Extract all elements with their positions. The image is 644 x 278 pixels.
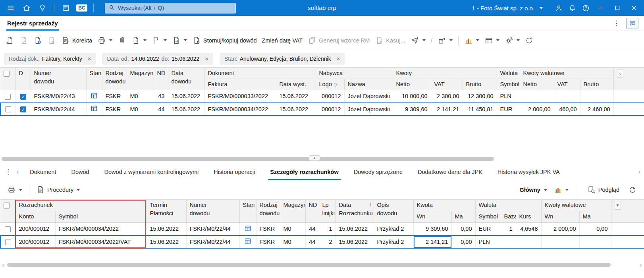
col-header-ma[interactable]: Ma xyxy=(451,211,475,223)
collapse-panel-button[interactable]: ‹ xyxy=(617,69,623,78)
col-header-termin-platnosci[interactable]: TerminPłatności xyxy=(147,200,186,223)
cell-kw-wn[interactable] xyxy=(541,236,579,248)
bc-app-icon[interactable]: BC xyxy=(75,2,89,14)
tab-rejestr-sprzedazy[interactable]: Rejestr sprzedaży xyxy=(6,16,59,31)
layout-button[interactable] xyxy=(482,34,502,47)
cell-numer[interactable]: FSKR/M0/22/44 xyxy=(186,236,239,248)
col-header-numer-dowodu[interactable]: Numerdowodu xyxy=(186,200,239,223)
chart-button[interactable] xyxy=(462,34,482,47)
bulb-icon[interactable] xyxy=(36,2,49,14)
group-header-dokument[interactable]: Dokument xyxy=(204,68,316,79)
cell-wn[interactable]: 9 309,60 xyxy=(413,223,451,236)
attachment-button[interactable] xyxy=(115,34,129,47)
group-header-nabywca[interactable]: Nabywca xyxy=(316,68,393,79)
print-dropdown-chevron[interactable] xyxy=(109,39,112,41)
group-header-waluta[interactable]: Waluta xyxy=(475,200,541,211)
print-button[interactable] xyxy=(95,34,115,47)
cell-opis[interactable]: Przykład 2 xyxy=(374,223,413,236)
cell-data[interactable]: 15.06.2022 xyxy=(168,103,204,116)
cell-magazyn[interactable]: M0 xyxy=(280,223,305,236)
cell-w-vat[interactable] xyxy=(554,90,580,103)
col-header-numer-dowodu[interactable]: Numerdowodu xyxy=(31,68,86,90)
cell-termin[interactable]: 15.06.2022 xyxy=(147,236,186,248)
tab-historia-wysylek-jpk[interactable]: Historia wysyłek JPK VA xyxy=(490,164,567,180)
cell-w-netto[interactable]: 2 000,00 xyxy=(520,103,554,116)
row-checkbox[interactable] xyxy=(5,106,11,112)
cell-kw-wn[interactable]: 2 000,00 xyxy=(541,223,579,236)
cell-nazwa[interactable]: Józef Dąbrowski xyxy=(344,90,393,103)
glowny-selector[interactable]: Główny xyxy=(519,187,547,193)
cell-data[interactable]: 15.06.2022 xyxy=(335,223,374,236)
col-header-w-brutto[interactable]: Brutto xyxy=(580,79,613,90)
cell-lp[interactable]: 2 xyxy=(319,236,335,248)
tab-dowod-z-wymiarami[interactable]: Dowód z wymiarami kontrolingowymi xyxy=(97,164,206,180)
cell-waluta[interactable]: PLN xyxy=(497,90,520,103)
horizontal-scrollbar-thumb[interactable] xyxy=(7,263,611,267)
tab-historia-operacji[interactable]: Historia operacji xyxy=(206,164,262,180)
col-header-symbol[interactable]: Symbol xyxy=(55,211,147,223)
col-header-kurs[interactable]: Kurs xyxy=(516,211,541,223)
maximize-button[interactable] xyxy=(609,2,626,14)
col-header-nd[interactable]: ND xyxy=(305,200,319,223)
search-input[interactable] xyxy=(118,5,232,11)
cell-select[interactable] xyxy=(0,103,15,116)
zmien-date-vat-button[interactable]: Zmień datę VAT xyxy=(260,35,305,46)
cell-brutto[interactable]: 11 450,81 xyxy=(463,103,497,116)
col-header-faktura[interactable]: Faktura xyxy=(204,79,276,90)
col-header-w-netto[interactable]: Netto xyxy=(520,79,554,90)
cell-vat[interactable]: 2 141,21 xyxy=(431,103,463,116)
cell-data[interactable]: 15.06.2022 xyxy=(168,90,204,103)
cell-rodzaj[interactable]: FSKR xyxy=(256,236,280,248)
tab-dokument[interactable]: Dokument xyxy=(22,164,64,180)
document-actions-button[interactable] xyxy=(129,34,149,47)
global-search[interactable] xyxy=(105,3,236,14)
cell-rodzaj[interactable]: FSKR xyxy=(102,90,127,103)
edit-document-button[interactable] xyxy=(17,34,31,47)
cell-opis[interactable]: Przykład 2 xyxy=(374,236,413,248)
col-header-rodzaj-dowodu[interactable]: Rodzajdowodu xyxy=(102,68,127,90)
procedury-button[interactable]: Procedury xyxy=(34,183,82,196)
cell-netto[interactable]: 10 000,00 xyxy=(393,90,431,103)
close-icon[interactable]: × xyxy=(88,55,91,62)
group-header-kwoty[interactable]: Kwoty xyxy=(393,68,497,79)
tab-dodatkowe-dane-jpk[interactable]: Dodatkowe dane dla JPK xyxy=(410,164,490,180)
detail-chart-chevron[interactable] xyxy=(565,189,569,191)
export-button[interactable] xyxy=(435,34,455,47)
tab-strip-menu-icon[interactable]: ⋮ xyxy=(5,168,12,175)
col-header-logo[interactable]: Logo xyxy=(316,79,344,90)
cell-magazyn[interactable]: M0 xyxy=(127,90,154,103)
help-icon[interactable] xyxy=(579,2,592,14)
korekta-button[interactable]: Korekta xyxy=(59,34,94,47)
cell-waluta[interactable]: EUR xyxy=(497,103,520,116)
filter-chip-rodzaj-dok[interactable]: Rodzaj dok.: Faktury, Korekty × xyxy=(4,53,96,65)
document-export-chevron[interactable] xyxy=(184,39,187,41)
cell-magazyn[interactable]: M0 xyxy=(280,236,305,248)
cell-vat[interactable]: 2 300,00 xyxy=(431,90,463,103)
user-icon[interactable] xyxy=(552,2,565,14)
col-header-d[interactable]: D xyxy=(15,68,31,90)
cell-nd[interactable]: 43 xyxy=(154,90,168,103)
document-export-button[interactable] xyxy=(170,34,189,47)
col-header-nazwa[interactable]: Nazwa xyxy=(344,79,393,90)
sort-ascending-icon[interactable]: ↑ xyxy=(369,201,372,208)
cell-nd[interactable]: 44 xyxy=(154,103,168,116)
scroll-left-arrow[interactable]: ‹ xyxy=(0,262,6,268)
podglad-button[interactable]: Podgląd xyxy=(585,183,622,196)
col-header-wn[interactable]: Wn xyxy=(413,211,451,223)
cell-kw-ma[interactable]: 0,00 xyxy=(579,223,611,236)
home-icon[interactable] xyxy=(20,2,33,14)
col-header-netto[interactable]: Netto xyxy=(393,79,431,90)
col-header-stan[interactable]: Stan xyxy=(239,200,256,223)
cell-w-brutto[interactable] xyxy=(580,90,613,103)
cell-numer[interactable]: FSKR/M0/22/44 xyxy=(31,103,86,116)
row-checkbox[interactable] xyxy=(5,226,11,232)
document-info-button[interactable] xyxy=(31,34,44,47)
cell-w-symbol[interactable]: EUR xyxy=(475,223,501,236)
col-header-w-symbol[interactable]: Symbol xyxy=(475,211,501,223)
add-document-button[interactable] xyxy=(3,34,17,47)
col-header-brutto[interactable]: Brutto xyxy=(463,79,497,90)
cell-baza[interactable] xyxy=(501,236,516,248)
splitter-collapse-button[interactable]: ▲ xyxy=(309,155,320,161)
cell-stan[interactable] xyxy=(86,103,102,116)
select-all-checkbox[interactable] xyxy=(4,203,10,208)
